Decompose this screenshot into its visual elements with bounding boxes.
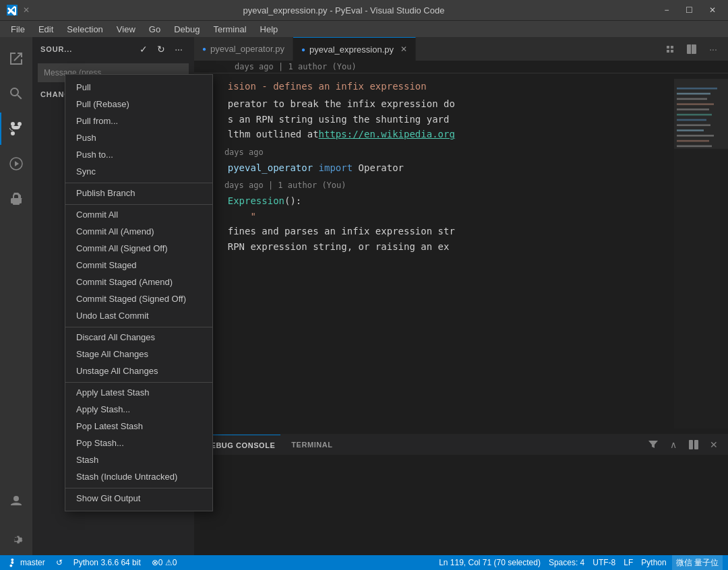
menu-item-pop-latest-stash[interactable]: Pop Latest Stash xyxy=(65,418,212,435)
menu-view[interactable]: View xyxy=(111,23,141,36)
menu-item-commit-all[interactable]: Commit All xyxy=(65,206,212,223)
sidebar-title: SOUR... xyxy=(40,45,72,53)
menu-file[interactable]: File xyxy=(5,23,30,36)
status-indicators[interactable]: ⊗0 ⚠0 xyxy=(149,555,180,570)
menu-item-commit-all-amend[interactable]: Commit All (Amend) xyxy=(65,223,212,240)
menu-item-stash[interactable]: Stash xyxy=(65,451,212,468)
status-encoding[interactable]: UTF-8 xyxy=(590,555,618,570)
minimize-btn[interactable]: − xyxy=(658,4,675,16)
sidebar: SOUR... ✓ ↻ ··· CHANGES Pull Pull (Rebas… xyxy=(32,37,194,555)
svg-rect-17 xyxy=(694,440,698,449)
branch-name: master xyxy=(20,558,45,567)
status-line-ending[interactable]: LF xyxy=(621,555,636,570)
panel-filter-btn[interactable] xyxy=(644,436,662,453)
menu-debug[interactable]: Debug xyxy=(169,23,205,36)
window-controls: − ☐ ✕ xyxy=(658,4,721,16)
menu-help[interactable]: Help xyxy=(255,23,284,36)
sidebar-actions: ✓ ↻ ··· xyxy=(136,42,186,57)
title-bar-left: ✕ xyxy=(7,5,30,15)
svg-rect-16 xyxy=(689,440,693,449)
minimap xyxy=(674,79,728,429)
svg-rect-15 xyxy=(674,79,728,149)
code-line: perator to break the infix expression do xyxy=(205,96,663,111)
panel-collapse-btn[interactable]: ∧ xyxy=(665,436,682,453)
menu-item-pull-from[interactable]: Pull from... xyxy=(65,113,212,129)
status-language-mode[interactable]: Python xyxy=(638,555,669,570)
menu-item-pop-stash[interactable]: Pop Stash... xyxy=(65,435,212,451)
tab-pyeval-expression[interactable]: ● pyeval_expression.py ✕ xyxy=(293,37,416,61)
activity-settings[interactable] xyxy=(0,523,32,555)
tab-close-btn[interactable]: ✕ xyxy=(400,44,407,54)
tab-pyeval-operator[interactable]: ● pyeval_operator.py xyxy=(194,37,293,61)
tab-label-operator: pyeval_operator.py xyxy=(210,44,284,54)
svg-point-1 xyxy=(13,496,19,501)
activity-extensions[interactable] xyxy=(0,183,32,215)
status-spaces[interactable]: Spaces: 4 xyxy=(546,555,587,570)
close-btn[interactable]: ✕ xyxy=(704,4,721,16)
sync-icon: ↺ xyxy=(56,558,63,567)
tab-bar: ● pyeval_operator.py ● pyeval_expression… xyxy=(194,37,728,61)
spaces-label: Spaces: 4 xyxy=(549,558,584,567)
line-ending-label: LF xyxy=(624,558,633,567)
status-sync[interactable]: ↺ xyxy=(53,555,65,570)
code-area[interactable]: ision - defines an infix expression pera… xyxy=(194,79,674,429)
activity-accounts[interactable] xyxy=(0,488,32,520)
menu-item-undo-last-commit[interactable]: Undo Last Commit xyxy=(65,307,212,324)
tab-bar-actions: ··· xyxy=(661,40,723,59)
menu-item-push[interactable]: Push xyxy=(65,129,212,146)
menu-item-unstage-all[interactable]: Unstage All Changes xyxy=(65,362,212,379)
menu-go[interactable]: Go xyxy=(144,23,166,36)
menu-item-stage-all[interactable]: Stage All Changes xyxy=(65,346,212,362)
activity-explorer[interactable] xyxy=(0,42,32,75)
code-line: RPN expression string, or raising an ex xyxy=(205,239,663,254)
activity-run[interactable] xyxy=(0,148,32,180)
menu-edit[interactable]: Edit xyxy=(33,23,59,36)
status-right: Ln 119, Col 71 (70 selected) Spaces: 4 U… xyxy=(436,555,723,570)
code-line: s an RPN string using the shunting yard xyxy=(205,112,663,127)
main-layout: SOUR... ✓ ↻ ··· CHANGES Pull Pull (Rebas… xyxy=(0,37,728,555)
more-tabs-btn[interactable]: ··· xyxy=(704,40,723,59)
menu-item-sync[interactable]: Sync xyxy=(65,163,212,180)
panel-close-btn[interactable]: ✕ xyxy=(705,436,723,453)
code-line: fines and parses an infix expression str xyxy=(205,224,663,239)
status-lang[interactable]: Python 3.6.6 64 bit xyxy=(71,555,144,570)
more-btn[interactable]: ··· xyxy=(171,42,186,57)
open-editors-btn[interactable] xyxy=(661,40,679,59)
menu-item-commit-all-signed[interactable]: Commit All (Signed Off) xyxy=(65,240,212,257)
refresh-btn[interactable]: ↻ xyxy=(154,42,169,57)
menu-item-apply-stash[interactable]: Apply Stash... xyxy=(65,401,212,418)
activity-search[interactable] xyxy=(0,77,32,110)
menu-terminal[interactable]: Terminal xyxy=(208,23,251,36)
menu-bar: File Edit Selection View Go Debug Termin… xyxy=(0,20,728,37)
menu-group-output: Show Git Output xyxy=(65,488,212,508)
menu-item-push-to[interactable]: Push to... xyxy=(65,146,212,163)
git-blame-bar: days ago | 1 author (You) xyxy=(194,61,728,73)
weixin-label: 微信 量子位 xyxy=(676,557,719,569)
status-branch[interactable]: master xyxy=(5,555,48,570)
menu-item-stash-untracked[interactable]: Stash (Include Untracked) xyxy=(65,468,212,485)
menu-item-pull-rebase[interactable]: Pull (Rebase) xyxy=(65,96,212,113)
menu-item-apply-latest-stash[interactable]: Apply Latest Stash xyxy=(65,384,212,401)
menu-selection[interactable]: Selection xyxy=(61,23,108,36)
bottom-panel: DEBUG CONSOLE TERMINAL ∧ ✕ xyxy=(194,434,728,555)
menu-group-stash: Apply Latest Stash Apply Stash... Pop La… xyxy=(65,382,212,486)
activity-source-control[interactable] xyxy=(0,113,32,145)
panel-tab-terminal[interactable]: TERMINAL xyxy=(286,435,338,455)
activity-bar xyxy=(0,37,32,555)
menu-item-commit-staged[interactable]: Commit Staged xyxy=(65,257,212,274)
editor-content[interactable]: ision - defines an infix expression pera… xyxy=(194,73,728,434)
menu-item-commit-staged-amend[interactable]: Commit Staged (Amend) xyxy=(65,274,212,290)
tab-label-expression: pyeval_expression.py xyxy=(309,44,394,55)
menu-group-publish: Publish Branch xyxy=(65,183,212,203)
panel-split-btn[interactable] xyxy=(685,436,702,453)
menu-item-commit-staged-signed[interactable]: Commit Staged (Signed Off) xyxy=(65,290,212,307)
menu-item-discard-all[interactable]: Discard All Changes xyxy=(65,329,212,346)
checkmark-btn[interactable]: ✓ xyxy=(136,42,151,57)
menu-item-publish-branch[interactable]: Publish Branch xyxy=(65,185,212,201)
maximize-btn[interactable]: ☐ xyxy=(681,4,698,16)
menu-item-show-git-output[interactable]: Show Git Output xyxy=(65,490,212,507)
status-position[interactable]: Ln 119, Col 71 (70 selected) xyxy=(436,555,543,570)
editor-area: ● pyeval_operator.py ● pyeval_expression… xyxy=(194,37,728,555)
menu-item-pull[interactable]: Pull xyxy=(65,79,212,96)
split-editor-btn[interactable] xyxy=(682,40,701,59)
